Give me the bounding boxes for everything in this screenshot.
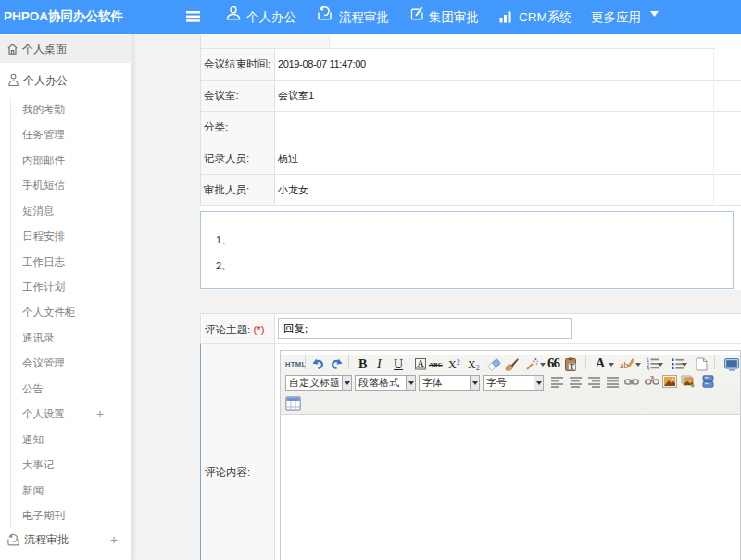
svg-text:ab: ab xyxy=(620,360,628,370)
svg-text:?: ? xyxy=(650,375,655,383)
svg-text:3: 3 xyxy=(647,367,649,371)
svg-text:T: T xyxy=(570,363,574,371)
